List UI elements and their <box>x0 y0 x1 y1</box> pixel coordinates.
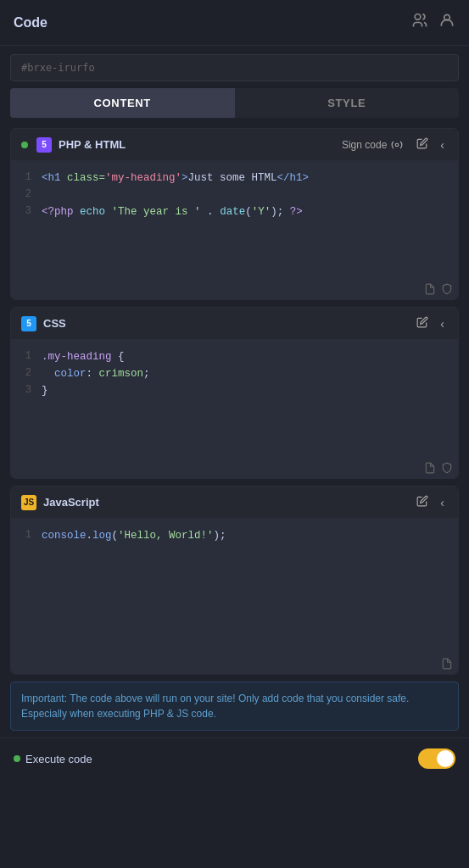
svg-point-0 <box>415 14 421 20</box>
code-section-js: JS JavaScript ‹ 1 console.log('Hello, Wo… <box>10 486 459 675</box>
code-section-css: 5 CSS ‹ 1 .my-heading { 2 color: crimson… <box>10 307 459 479</box>
warning-banner: Important: The code above will run on yo… <box>10 682 459 731</box>
code-line-3: 3 <?php echo 'The year is ' . date('Y');… <box>18 203 451 220</box>
js-badge: JS <box>21 495 36 510</box>
warning-text: Important: The code above will run on yo… <box>21 693 409 720</box>
section-actions-php: Sign code ‹ <box>337 136 448 153</box>
edit-php-icon[interactable] <box>413 136 432 153</box>
php-bottom-icon-2[interactable] <box>441 283 453 298</box>
js-bottom-icon-1[interactable] <box>441 658 453 672</box>
code-section-php-html: 5 PHP & HTML Sign code ‹ 1 <h1 class='my… <box>10 128 459 300</box>
execute-label: Execute code <box>14 753 92 765</box>
active-dot-php <box>21 142 28 148</box>
code-line-1: 1 <h1 class='my-heading'>Just some HTML<… <box>18 170 451 186</box>
css-section-title: CSS <box>43 317 66 330</box>
execute-label-text: Execute code <box>25 753 92 765</box>
css-badge: 5 <box>21 316 36 331</box>
execute-toggle[interactable] <box>418 748 455 769</box>
section-header-css: 5 CSS ‹ <box>11 308 458 340</box>
section-actions-js: ‹ <box>413 493 448 511</box>
css-bottom-icon-1[interactable] <box>424 462 436 476</box>
execute-row: Execute code <box>0 737 469 779</box>
element-id-field[interactable]: #brxe-irurfo <box>10 54 459 81</box>
tab-bar: CONTENT STYLE <box>10 88 459 118</box>
php-badge: 5 <box>36 137 52 153</box>
section-header-php: 5 PHP & HTML Sign code ‹ <box>11 129 458 161</box>
css-line-2: 2 color: crimson; <box>18 365 451 382</box>
js-editor[interactable]: 1 console.log('Hello, World!'); <box>11 519 458 654</box>
js-bottom-icons <box>11 654 458 674</box>
sign-code-button[interactable]: Sign code <box>337 136 408 153</box>
header: Code <box>0 0 469 46</box>
section-left-css: 5 CSS <box>21 316 66 331</box>
php-bottom-icons <box>11 280 458 299</box>
edit-css-icon[interactable] <box>413 314 432 332</box>
section-actions-css: ‹ <box>413 314 448 332</box>
code-line-2: 2 <box>18 186 451 203</box>
js-section-title: JavaScript <box>43 496 99 509</box>
php-section-title: PHP & HTML <box>59 138 126 151</box>
php-bottom-icon-1[interactable] <box>424 283 436 298</box>
css-bottom-icon-2[interactable] <box>441 462 453 476</box>
execute-dot <box>14 755 20 762</box>
user-icon[interactable] <box>438 12 455 33</box>
users-icon[interactable] <box>411 12 428 33</box>
collapse-js-icon[interactable]: ‹ <box>437 494 448 511</box>
css-line-1: 1 .my-heading { <box>18 348 451 365</box>
tab-style[interactable]: STYLE <box>235 88 460 118</box>
sign-code-label: Sign code <box>342 139 387 151</box>
svg-point-2 <box>396 143 399 147</box>
section-header-js: JS JavaScript ‹ <box>11 487 458 519</box>
css-bottom-icons <box>11 459 458 478</box>
collapse-php-icon[interactable]: ‹ <box>437 136 448 153</box>
tab-content[interactable]: CONTENT <box>10 88 235 118</box>
header-icons <box>411 12 455 33</box>
css-line-3: 3 } <box>18 382 451 399</box>
edit-js-icon[interactable] <box>413 493 432 511</box>
php-html-editor[interactable]: 1 <h1 class='my-heading'>Just some HTML<… <box>11 161 458 280</box>
collapse-css-icon[interactable]: ‹ <box>437 315 448 332</box>
page-title: Code <box>14 15 47 31</box>
css-editor[interactable]: 1 .my-heading { 2 color: crimson; 3 } <box>11 340 458 459</box>
section-left-js: JS JavaScript <box>21 495 99 510</box>
section-left-php: 5 PHP & HTML <box>21 137 126 153</box>
js-line-1: 1 console.log('Hello, World!'); <box>18 527 451 544</box>
